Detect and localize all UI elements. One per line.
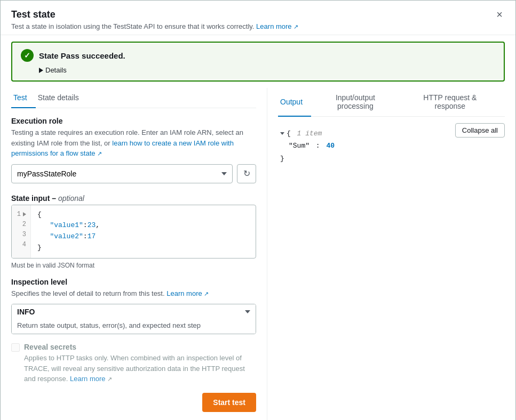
- modal-subtitle: Test a state in isolation using the Test…: [11, 22, 494, 30]
- right-panel: Output Input/output processing HTTP requ…: [267, 88, 505, 420]
- val-23: 23: [88, 220, 96, 231]
- inspection-level-desc: Specifies the level of detail to return …: [11, 288, 256, 299]
- tab-output[interactable]: Output: [278, 88, 311, 117]
- output-area: { 1 item "Sum" : 40 } Collapse all: [278, 123, 505, 169]
- output-val-sum: 40: [326, 140, 335, 152]
- modal-subtitle-text: Test a state in isolation using the Test…: [11, 22, 254, 30]
- output-line-close: }: [280, 152, 335, 165]
- output-line-open: { 1 item: [280, 127, 335, 140]
- code-editor[interactable]: 1 2 3 4 { "value1": 23,: [11, 205, 256, 259]
- line-num-1: 1: [16, 209, 26, 220]
- key-value1: "value1": [50, 220, 83, 231]
- state-input-section: State input – optional 1 2 3 4: [11, 194, 256, 269]
- code-line-4: }: [37, 243, 249, 254]
- output-key-sum: "Sum": [289, 140, 309, 152]
- expand-icon[interactable]: [280, 132, 284, 135]
- inspection-select-desc: Return state output, status, error(s), a…: [12, 319, 256, 334]
- close-button[interactable]: ×: [494, 9, 505, 20]
- inspection-select-wrapper[interactable]: INFO Return state output, status, error(…: [11, 304, 256, 334]
- refresh-button[interactable]: ↻: [237, 164, 256, 183]
- start-test-area: Start test: [11, 393, 256, 420]
- iam-role-external-icon: ↗: [97, 150, 102, 157]
- content-area: Test State details Execution role Testin…: [1, 88, 515, 420]
- execution-role-section: Execution role Testing a state requires …: [11, 117, 256, 183]
- modal-title-area: Test state Test a state in isolation usi…: [11, 9, 494, 30]
- success-banner-header: State Pass succeeded.: [21, 49, 495, 62]
- code-line-2: "value1": 23,: [37, 220, 249, 231]
- left-panel: Test State details Execution role Testin…: [11, 88, 267, 420]
- brace-open: {: [37, 209, 42, 221]
- role-select[interactable]: myPassStateRole: [11, 164, 233, 183]
- reveal-secrets-desc: Applies to HTTP tasks only. When combine…: [24, 353, 256, 384]
- inspection-level-desc-text: Specifies the level of detail to return …: [11, 289, 165, 297]
- json-hint: Must be in valid JSON format: [11, 262, 256, 269]
- code-content: { "value1": 23, "value2": 17 }: [31, 205, 256, 258]
- execution-role-label: Execution role: [11, 117, 256, 125]
- reveal-secrets-desc-text: Applies to HTTP tasks only. When combine…: [24, 354, 245, 383]
- reveal-secrets-label: Reveal secrets: [24, 343, 256, 351]
- details-toggle-button[interactable]: Details: [39, 66, 67, 74]
- inspection-select-top[interactable]: INFO: [12, 304, 256, 319]
- line-num-3: 3: [16, 230, 26, 240]
- reveal-secrets-ext-icon: ↗: [107, 376, 112, 382]
- line-num-4: 4: [16, 240, 26, 250]
- line-num-2: 2: [16, 220, 26, 230]
- reveal-secrets-link[interactable]: Learn more: [70, 375, 105, 383]
- tab-io-processing[interactable]: Input/output processing: [315, 88, 402, 117]
- output-line-sum: "Sum" : 40: [289, 140, 335, 152]
- role-row: myPassStateRole ↻: [11, 164, 256, 183]
- item-count: 1 item: [293, 127, 322, 140]
- code-line-3: "value2": 17: [37, 231, 249, 243]
- val-17: 17: [88, 231, 96, 243]
- output-header-row: { 1 item "Sum" : 40 } Collapse all: [278, 123, 505, 169]
- key-value2: "value2": [50, 231, 83, 243]
- state-input-label: State input – optional: [11, 194, 256, 203]
- success-icon: [21, 49, 34, 62]
- external-link-icon: ↗: [293, 23, 298, 30]
- output-tree: { 1 item "Sum" : 40 }: [278, 123, 337, 169]
- refresh-icon: ↻: [243, 168, 250, 179]
- execution-role-desc: Testing a state requires an execution ro…: [11, 127, 256, 159]
- collapse-all-button[interactable]: Collapse all: [455, 123, 505, 138]
- modal: Test state Test a state in isolation usi…: [0, 0, 516, 420]
- tab-test[interactable]: Test: [11, 88, 36, 108]
- code-line-1: {: [37, 209, 249, 221]
- fold-arrow-icon: [23, 212, 26, 216]
- reveal-secrets-section: Reveal secrets Applies to HTTP tasks onl…: [11, 343, 256, 384]
- success-banner: State Pass succeeded. Details: [11, 42, 505, 82]
- learn-more-link[interactable]: Learn more: [256, 22, 291, 30]
- inspection-level-label: Inspection level: [11, 278, 256, 286]
- inspection-learn-more[interactable]: Learn more: [166, 289, 202, 297]
- modal-title: Test state: [11, 9, 494, 20]
- code-lines: 1 2 3 4 { "value1": 23,: [12, 205, 256, 258]
- optional-label: optional: [58, 194, 84, 203]
- inspection-level-section: Inspection level Specifies the level of …: [11, 278, 256, 335]
- brace-close: }: [37, 243, 42, 254]
- reveal-secrets-text: Reveal secrets Applies to HTTP tasks onl…: [24, 343, 256, 384]
- inspection-select-label: INFO: [17, 308, 35, 316]
- line-numbers: 1 2 3 4: [12, 205, 31, 258]
- success-title: State Pass succeeded.: [39, 51, 125, 60]
- start-test-button[interactable]: Start test: [202, 393, 256, 412]
- tab-state-details[interactable]: State details: [36, 88, 88, 108]
- inspection-external-icon: ↗: [204, 290, 209, 297]
- modal-header: Test state Test a state in isolation usi…: [1, 1, 515, 35]
- details-triangle-icon: [39, 68, 43, 73]
- left-tabs: Test State details: [11, 88, 256, 108]
- right-tabs: Output Input/output processing HTTP requ…: [278, 88, 505, 117]
- details-label: Details: [45, 66, 67, 74]
- reveal-secrets-checkbox[interactable]: [11, 343, 20, 352]
- inspection-dropdown-arrow: [245, 310, 250, 313]
- tab-http[interactable]: HTTP request & response: [406, 88, 501, 117]
